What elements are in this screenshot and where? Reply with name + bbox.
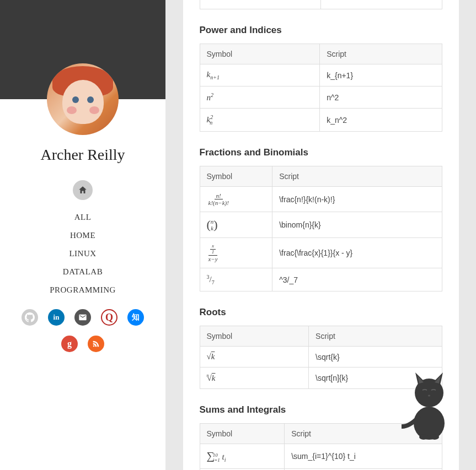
table-row: 3/7 ^3/_7 bbox=[200, 268, 442, 291]
script-cell: k_n^2 bbox=[320, 109, 442, 132]
avatar[interactable] bbox=[47, 63, 119, 135]
symbol-cell: x1x−y bbox=[200, 238, 272, 268]
linkedin-icon[interactable]: in bbox=[48, 309, 65, 326]
quora-icon[interactable]: Q bbox=[101, 309, 117, 326]
symbol-cell: ∑10i=1 ti bbox=[200, 444, 285, 469]
table-power-indices: Symbol Script kn+1 k_{n+1} n2 n^2 k2n k_… bbox=[200, 44, 442, 132]
table-row: kn+1 k_{n+1} bbox=[200, 64, 442, 87]
rss-icon[interactable] bbox=[88, 336, 104, 352]
th-symbol: Symbol bbox=[200, 44, 320, 64]
home-icon[interactable] bbox=[73, 180, 93, 200]
table-row: (nk) \binom{n}{k} bbox=[200, 212, 442, 238]
sidebar: Archer Reilly ALL HOME LINUX DATALAB PRO… bbox=[0, 0, 165, 470]
github-icon[interactable] bbox=[22, 309, 38, 326]
nav-item-all[interactable]: ALL bbox=[50, 208, 116, 226]
section-title-sums: Sums and Integrals bbox=[200, 404, 442, 415]
th-symbol: Symbol bbox=[200, 424, 285, 444]
nav-item-programming[interactable]: PROGRAMMING bbox=[50, 281, 116, 299]
zhihu-icon[interactable]: 知 bbox=[127, 309, 144, 326]
content-wrapper: Power and Indices Symbol Script kn+1 k_{… bbox=[165, 0, 476, 470]
script-cell: ^3/_7 bbox=[272, 268, 442, 291]
script-cell: \frac{n!}{k!(n-k)!} bbox=[272, 187, 442, 212]
script-cell: \sqrt[n]{k} bbox=[309, 368, 442, 389]
symbol-cell: n2 bbox=[200, 87, 320, 109]
th-symbol: Symbol bbox=[200, 166, 272, 187]
svg-point-0 bbox=[93, 345, 95, 347]
nav-list: ALL HOME LINUX DATALAB PROGRAMMING bbox=[50, 208, 116, 299]
th-script: Script bbox=[285, 424, 442, 444]
script-cell: \binom{n}{k} bbox=[272, 212, 442, 238]
table-row: k2n k_n^2 bbox=[200, 109, 442, 132]
symbol-cell: (nk) bbox=[200, 212, 272, 238]
symbol-cell: k2n bbox=[200, 109, 320, 132]
symbol-cell: √k bbox=[200, 347, 309, 368]
script-cell: k_{n+1} bbox=[320, 64, 442, 87]
th-symbol: Symbol bbox=[200, 326, 309, 347]
symbol-cell: n!k!(n−k)! bbox=[200, 187, 272, 212]
google-icon[interactable]: g bbox=[61, 336, 78, 352]
nav-item-linux[interactable]: LINUX bbox=[50, 245, 116, 263]
table-sums-integrals: Symbol Script ∑10i=1 ti \sum_{i=1}^{10} … bbox=[200, 423, 442, 470]
table-fractions-binomials: Symbol Script n!k!(n−k)! \frac{n!}{k!(n-… bbox=[200, 166, 442, 291]
script-cell: \sqrt{k} bbox=[309, 347, 442, 368]
script-cell: \sum_{i=1}^{10} t_i bbox=[285, 444, 442, 469]
table-row: ∑10i=1 ti \sum_{i=1}^{10} t_i bbox=[200, 444, 442, 469]
th-script: Script bbox=[272, 166, 442, 187]
table-row: n!k!(n−k)! \frac{n!}{k!(n-k)!} bbox=[200, 187, 442, 212]
table-row: n√k \sqrt[n]{k} bbox=[200, 368, 442, 389]
th-script: Script bbox=[309, 326, 442, 347]
table-row: x1x−y \frac{\frac{x}{1}}{x - y} bbox=[200, 238, 442, 268]
symbol-cell: n√k bbox=[200, 368, 309, 389]
nav-item-datalab[interactable]: DATALAB bbox=[50, 263, 116, 281]
table-row: √k \sqrt{k} bbox=[200, 347, 442, 368]
table-roots: Symbol Script √k \sqrt{k} n√k \sqrt[n]{k… bbox=[200, 326, 442, 389]
email-icon[interactable] bbox=[74, 309, 91, 326]
symbol-cell: kn+1 bbox=[200, 64, 320, 87]
symbol-cell: 3/7 bbox=[200, 268, 272, 291]
section-title-fractions: Fractions and Binomials bbox=[200, 147, 442, 158]
sidebar-header bbox=[0, 0, 165, 99]
section-title-roots: Roots bbox=[200, 307, 442, 318]
profile-name: Archer Reilly bbox=[40, 146, 125, 164]
social-links: in Q 知 g bbox=[17, 309, 149, 352]
script-cell: n^2 bbox=[320, 87, 442, 109]
section-title-power: Power and Indices bbox=[200, 25, 442, 36]
main-content: Power and Indices Symbol Script kn+1 k_{… bbox=[183, 0, 459, 470]
table-row: n2 n^2 bbox=[200, 87, 442, 109]
nav-item-home[interactable]: HOME bbox=[50, 226, 116, 245]
table-partial-top bbox=[200, 0, 442, 9]
th-script: Script bbox=[320, 44, 442, 64]
script-cell: \frac{\frac{x}{1}}{x - y} bbox=[272, 238, 442, 268]
